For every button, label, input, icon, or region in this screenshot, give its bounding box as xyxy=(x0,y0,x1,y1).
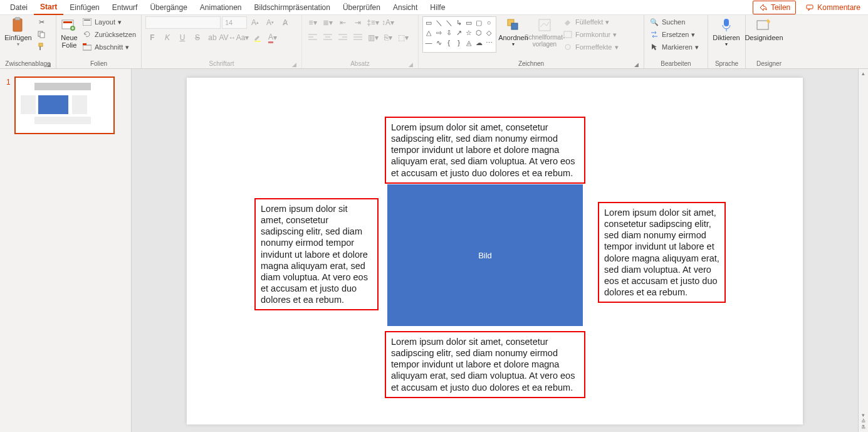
shape-arrow-down-icon[interactable]: ⇩ xyxy=(444,28,453,37)
shape-more-icon[interactable]: ⋯ xyxy=(484,38,493,47)
bullets-button[interactable]: ≡▾ xyxy=(306,16,320,29)
decrease-font-button[interactable]: A▾ xyxy=(263,16,277,29)
bold-button[interactable]: F xyxy=(145,31,159,44)
dictate-button[interactable]: Diktieren▾ xyxy=(712,16,741,48)
select-button[interactable]: Markieren ▾ xyxy=(648,41,700,53)
format-painter-button[interactable] xyxy=(35,41,48,53)
align-right-button[interactable] xyxy=(336,31,350,44)
tab-start[interactable]: Start xyxy=(34,0,63,15)
arrange-button[interactable]: Anordnen▾ xyxy=(499,16,528,48)
justify-button[interactable] xyxy=(351,31,365,44)
tab-einfuegen[interactable]: Einfügen xyxy=(63,1,105,14)
comments-button[interactable]: Kommentare xyxy=(801,1,864,14)
shape-rect-icon[interactable]: ▭ xyxy=(464,18,473,27)
image-placeholder[interactable]: Bild xyxy=(387,184,583,326)
strikethrough-button[interactable]: S xyxy=(191,31,204,44)
shape-effects-button[interactable]: Formeffekte ▾ xyxy=(562,41,620,53)
design-ideas-button[interactable]: Designideen xyxy=(750,16,778,43)
shapes-gallery[interactable]: ▭ ＼ ＼ ↳ ▭ ▢ ○ △ ⇨ ⇩ ↗ ☆ ⬡ ◇ — ∿ { } ◬ ☁ xyxy=(422,16,496,53)
italic-button[interactable]: K xyxy=(160,31,174,44)
svg-point-18 xyxy=(565,45,570,50)
group-designer: Designideen Designer xyxy=(746,15,792,68)
shape-arrow-icon[interactable]: ↗ xyxy=(454,28,463,37)
textbox-bottom[interactable]: Lorem ipsum dolor sit amet, consetetur s… xyxy=(385,331,585,398)
line-spacing-button[interactable]: ‡≡▾ xyxy=(366,16,380,29)
tab-bildschirmpraesentation[interactable]: Bildschirmpräsentation xyxy=(248,1,337,14)
change-case-button[interactable]: Aa▾ xyxy=(236,31,249,44)
replace-button[interactable]: Ersetzen ▾ xyxy=(648,29,700,40)
shape-oval-icon[interactable]: ○ xyxy=(484,18,493,27)
comment-icon xyxy=(805,3,815,13)
paste-button[interactable]: Einfügen ▾ xyxy=(4,16,33,48)
textbox-left[interactable]: Lorem ipsum dolor sit amet, consetetur s… xyxy=(254,198,379,310)
shape-arrow-right-icon[interactable]: ⇨ xyxy=(434,28,443,37)
tab-ansicht[interactable]: Ansicht xyxy=(387,1,424,14)
section-button[interactable]: Abschnitt ▾ xyxy=(81,41,137,53)
vertical-scrollbar[interactable]: ▴ ▾ ≙ ≚ xyxy=(858,69,868,432)
char-spacing-button[interactable]: AV↔ xyxy=(221,31,234,44)
tab-animationen[interactable]: Animationen xyxy=(194,1,248,14)
tab-ueberpruefen[interactable]: Überprüfen xyxy=(337,1,387,14)
layout-button[interactable]: Layout ▾ xyxy=(81,16,137,28)
tab-hilfe[interactable]: Hilfe xyxy=(424,1,451,14)
underline-button[interactable]: U xyxy=(175,31,189,44)
shape-brace2-icon[interactable]: } xyxy=(454,38,463,47)
shape-connector-icon[interactable]: ↳ xyxy=(454,18,463,27)
cut-button[interactable]: ✂ xyxy=(35,16,48,28)
scroll-down-button[interactable]: ▾ xyxy=(862,412,865,418)
textbox-right[interactable]: Lorem ipsum dolor sit amet, consetetur s… xyxy=(598,202,726,303)
text-direction-button[interactable]: ↕A▾ xyxy=(381,16,395,29)
font-color-button[interactable]: A▾ xyxy=(266,31,280,44)
shape-line-icon[interactable]: ＼ xyxy=(434,18,443,27)
textbox-top[interactable]: Lorem ipsum dolor sit amet, consetetur s… xyxy=(385,117,585,184)
copy-button[interactable] xyxy=(35,29,48,40)
new-slide-button[interactable]: Neue Folie xyxy=(60,16,78,50)
tab-datei[interactable]: Datei xyxy=(4,1,34,14)
paragraph-launcher[interactable]: ◢ xyxy=(409,61,413,68)
shape-textbox-icon[interactable]: ▭ xyxy=(424,18,433,27)
thumbnail-number: 1 xyxy=(6,76,11,134)
decrease-indent-button[interactable]: ⇤ xyxy=(336,16,350,29)
highlight-button[interactable] xyxy=(251,31,264,44)
shape-line3-icon[interactable]: — xyxy=(424,38,433,47)
shape-triangle-icon[interactable]: △ xyxy=(424,28,433,37)
svg-rect-4 xyxy=(40,33,44,38)
shape-outline-button[interactable]: Formkontur ▾ xyxy=(562,29,620,40)
slide[interactable]: Lorem ipsum dolor sit amet, consetetur s… xyxy=(187,78,803,424)
reset-button[interactable]: Zurücksetzen xyxy=(81,29,137,40)
columns-button[interactable]: ▥▾ xyxy=(366,31,380,44)
quick-styles-button[interactable]: Schnellformat- vorlagen xyxy=(530,16,559,49)
share-button[interactable]: Teilen xyxy=(753,1,796,14)
shape-line2-icon[interactable]: ＼ xyxy=(444,18,453,27)
font-size-combo[interactable]: 14 xyxy=(222,16,247,29)
tab-entwurf[interactable]: Entwurf xyxy=(106,1,144,14)
scroll-up-button[interactable]: ▴ xyxy=(862,70,865,76)
font-launcher[interactable]: ◢ xyxy=(292,61,296,68)
clipboard-launcher[interactable]: ◢ xyxy=(46,61,51,68)
shape-roundrect-icon[interactable]: ▢ xyxy=(474,18,483,27)
align-center-button[interactable] xyxy=(321,31,335,44)
collapse-ribbon-button[interactable]: ⌃ xyxy=(860,424,865,431)
shadow-button[interactable]: ab xyxy=(206,31,219,44)
font-family-combo[interactable] xyxy=(145,16,221,29)
slide-thumbnail-1[interactable] xyxy=(14,76,115,134)
align-left-button[interactable] xyxy=(306,31,320,44)
increase-indent-button[interactable]: ⇥ xyxy=(351,16,365,29)
numbering-button[interactable]: ≣▾ xyxy=(321,16,335,29)
shape-brace-icon[interactable]: { xyxy=(444,38,453,47)
shape-star-icon[interactable]: ☆ xyxy=(464,28,473,37)
increase-font-button[interactable]: A▴ xyxy=(248,16,262,29)
drawing-launcher[interactable]: ◢ xyxy=(634,61,639,68)
smartart-button[interactable]: ⬚▾ xyxy=(396,31,410,44)
shape-curve-icon[interactable]: ∿ xyxy=(434,38,443,47)
find-button[interactable]: 🔍Suchen xyxy=(648,16,700,28)
shape-fill-button[interactable]: Fülleffekt ▾ xyxy=(562,16,620,28)
clear-formatting-button[interactable]: A̷ xyxy=(278,16,292,29)
tab-uebergaenge[interactable]: Übergänge xyxy=(144,1,193,14)
shape-hex-icon[interactable]: ⬡ xyxy=(474,28,483,37)
shape-diamond-icon[interactable]: ◇ xyxy=(484,28,493,37)
scroll-track[interactable] xyxy=(859,76,868,412)
align-text-button[interactable]: ⎘▾ xyxy=(381,31,395,44)
shape-callout-icon[interactable]: ◬ xyxy=(464,38,473,47)
shape-cloud-icon[interactable]: ☁ xyxy=(474,38,483,47)
